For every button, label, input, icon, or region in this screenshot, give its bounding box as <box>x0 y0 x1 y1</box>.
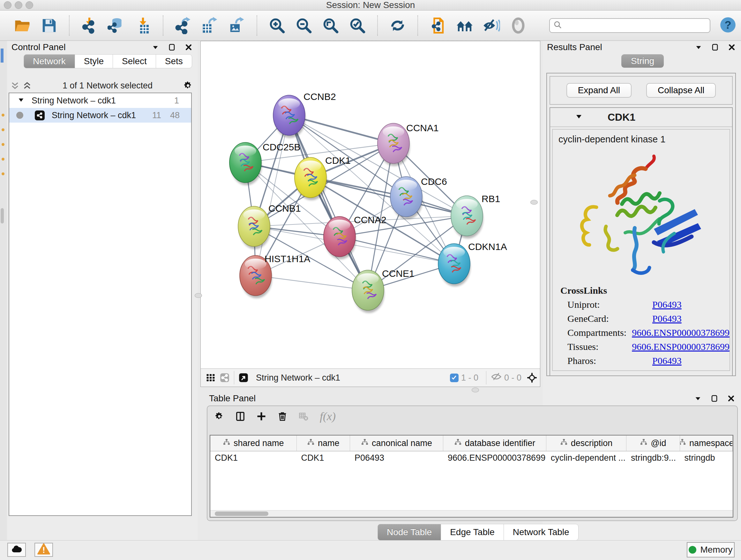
main-toolbar: ? <box>0 10 741 41</box>
tab-network-table[interactable]: Network Table <box>504 524 579 541</box>
zoom-in-button[interactable] <box>268 16 286 35</box>
column-header-description[interactable]: description <box>546 435 626 451</box>
zoom-selected-button[interactable] <box>348 16 367 35</box>
tab-string[interactable]: String <box>621 54 664 68</box>
show-columns-icon[interactable] <box>235 412 245 421</box>
tab-style[interactable]: Style <box>75 54 113 68</box>
tab-select[interactable]: Select <box>113 54 156 68</box>
network-edge[interactable] <box>256 275 368 290</box>
network-node-CCNB2[interactable]: CCNB2 <box>273 91 336 138</box>
import-network-file-button[interactable] <box>80 16 98 35</box>
network-svg[interactable]: CCNB2CCNA1CDC25BCDK1CDC6RB1CCNB1CCNA2CDK… <box>201 41 540 369</box>
collection-expand-icon[interactable] <box>17 96 24 106</box>
open-file-button[interactable] <box>13 16 31 35</box>
network-edge[interactable] <box>340 237 454 264</box>
network-status-dot <box>16 112 23 119</box>
table-settings-gear-icon[interactable] <box>214 412 224 421</box>
collapse-all-button[interactable]: Collapse All <box>646 83 716 98</box>
fit-content-crosshair-icon[interactable] <box>527 373 537 382</box>
table-panel-collapse-button[interactable] <box>693 394 703 403</box>
column-header-@id[interactable]: @id <box>626 435 680 451</box>
crosslink-link[interactable]: P06493 <box>652 299 682 310</box>
tab-edge-table[interactable]: Edge Table <box>441 524 504 541</box>
network-node-CDKN1A[interactable]: CDKN1A <box>438 241 507 287</box>
tab-node-table[interactable]: Node Table <box>378 524 441 541</box>
import-network-database-button[interactable] <box>107 16 125 35</box>
hide-selected-button[interactable] <box>482 16 501 35</box>
table-row[interactable]: CDK1CDK1P064939606.ENSP00000378699cyclin… <box>210 451 733 464</box>
crosslink-row: Compartments:9606.ENSP00000378699 <box>567 327 730 338</box>
network-node-CCNB1[interactable]: CCNB1 <box>238 203 301 249</box>
crosslink-row: Tissues:9606.ENSP00000378699 <box>567 341 730 352</box>
window-title: Session: New Session <box>0 0 741 10</box>
crosslink-link[interactable]: 9606.ENSP00000378699 <box>632 341 730 352</box>
crosslink-link[interactable]: 9606.ENSP00000378699 <box>632 327 730 338</box>
network-share-view-icon[interactable] <box>220 373 229 382</box>
grid-view-icon[interactable] <box>206 373 215 382</box>
column-header-canonical-name[interactable]: canonical name <box>350 435 443 451</box>
zoom-out-button[interactable] <box>294 16 313 35</box>
network-node-CCNE1[interactable]: CCNE1 <box>352 268 414 313</box>
bottom-splitter-handle[interactable] <box>472 388 479 392</box>
network-edge[interactable] <box>256 115 289 275</box>
export-table-button[interactable] <box>201 16 219 35</box>
tab-network[interactable]: Network <box>23 54 75 68</box>
homes-button[interactable] <box>455 16 474 35</box>
network-collection-row[interactable]: String Network – cdk1 1 <box>9 93 191 108</box>
tab-sets[interactable]: Sets <box>156 54 192 68</box>
birdseye-view-icon[interactable] <box>239 373 248 382</box>
table-scrollbar-thumb[interactable] <box>215 511 268 516</box>
crosslink-link[interactable]: P06493 <box>652 313 682 324</box>
results-panel-close-button[interactable] <box>727 43 737 52</box>
network-node-CDK1[interactable]: CDK1 <box>294 155 351 200</box>
column-header-shared-name[interactable]: shared name <box>210 435 297 451</box>
control-panel-collapse-button[interactable] <box>151 43 160 52</box>
network-node-HIST1H1A[interactable]: HIST1H1A <box>240 253 310 298</box>
network-options-gear-icon[interactable] <box>183 81 193 90</box>
network-node-CDC25B[interactable]: CDC25B <box>229 142 300 185</box>
right-splitter-handle[interactable] <box>530 200 538 205</box>
search-field[interactable] <box>549 18 711 33</box>
delete-column-icon[interactable] <box>278 412 287 421</box>
save-session-button[interactable] <box>40 16 58 35</box>
warning-button[interactable] <box>35 543 53 557</box>
collapse-all-networks-icon[interactable] <box>22 81 32 90</box>
results-panel-float-button[interactable] <box>711 43 720 52</box>
help-button[interactable]: ? <box>719 17 737 34</box>
import-table-button[interactable] <box>134 16 152 35</box>
expand-all-button[interactable]: Expand All <box>566 83 631 98</box>
left-splitter-handle[interactable] <box>195 293 202 298</box>
refresh-icon <box>389 17 406 34</box>
network-row[interactable]: String Network – cdk1 11 48 <box>9 108 191 123</box>
column-header-database-identifier[interactable]: database identifier <box>443 435 546 451</box>
export-network-button[interactable] <box>174 16 192 35</box>
column-type-icon <box>454 438 462 448</box>
show-all-button[interactable] <box>509 16 528 35</box>
share-document-button[interactable] <box>428 16 447 35</box>
network-canvas[interactable]: CCNB2CCNA1CDC25BCDK1CDC6RB1CCNB1CCNA2CDK… <box>201 41 540 368</box>
export-image-button[interactable] <box>227 16 246 35</box>
control-panel-float-button[interactable] <box>167 43 177 52</box>
selected-indicator-checkbox[interactable] <box>450 374 459 382</box>
expand-all-networks-icon[interactable] <box>10 81 20 90</box>
zoom-fit-button[interactable] <box>321 16 340 35</box>
table-horizontal-scrollbar[interactable] <box>210 510 733 517</box>
table-panel-float-button[interactable] <box>710 394 719 403</box>
memory-button[interactable]: Memory <box>687 542 735 557</box>
add-column-icon[interactable] <box>257 412 266 421</box>
control-panel-close-button[interactable] <box>184 43 193 52</box>
network-node-CCNA1[interactable]: CCNA1 <box>378 123 439 166</box>
search-input[interactable] <box>562 20 710 31</box>
column-header-name[interactable]: name <box>297 435 350 451</box>
cloud-button[interactable] <box>7 543 26 557</box>
refresh-button[interactable] <box>388 16 407 35</box>
table-panel-close-button[interactable] <box>726 394 736 403</box>
crosslink-link[interactable]: P06493 <box>652 355 682 366</box>
network-node-CDC6[interactable]: CDC6 <box>390 176 447 219</box>
network-node-RB1[interactable]: RB1 <box>451 193 500 239</box>
results-panel-collapse-button[interactable] <box>694 43 703 52</box>
gene-section-header[interactable]: CDK1 <box>550 108 732 127</box>
column-header-namespace[interactable]: namespace <box>680 435 733 451</box>
gene-collapse-icon[interactable] <box>575 113 583 122</box>
network-node-count: 11 <box>152 111 161 120</box>
